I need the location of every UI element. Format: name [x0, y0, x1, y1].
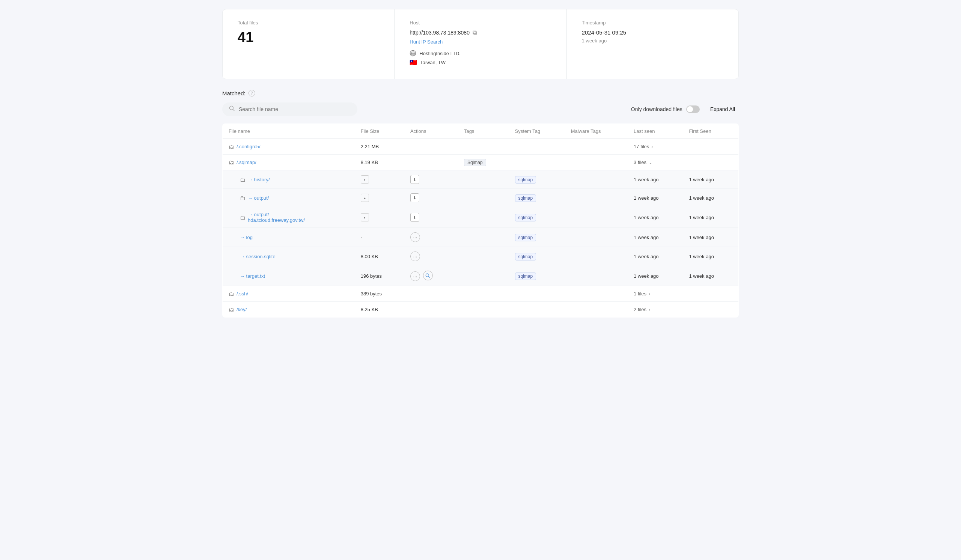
table-row: 🗂 /.configrc5/ 2.21 MB 17 files › — [223, 139, 739, 155]
system-tag-badge: sqlmap — [515, 273, 537, 280]
file-size-cell: 389 bytes — [355, 286, 404, 302]
folder-icon: 🗀 — [240, 195, 246, 201]
file-name-inner: 🗂 /.ssh/ — [228, 290, 349, 297]
file-link[interactable]: → session.sqlite — [240, 254, 276, 259]
tag-badge: Sqlmap — [464, 159, 486, 166]
system-tag-badge: sqlmap — [515, 176, 537, 183]
chevron-right-icon[interactable]: › — [649, 291, 650, 297]
action-small-icon[interactable]: ▸ — [361, 213, 369, 221]
downloaded-toggle-switch[interactable] — [686, 106, 700, 113]
host-url-row: http://103.98.73.189:8080 ⧉ — [410, 29, 551, 36]
action-more-icon[interactable]: ··· — [410, 252, 420, 261]
action-download-icon[interactable]: ⬇ — [410, 213, 419, 222]
col-first-seen: First Seen — [683, 124, 738, 139]
files-count: 3 files ⌄ — [634, 159, 733, 165]
file-link[interactable]: → log — [240, 234, 252, 240]
system-tag-badge: sqlmap — [515, 253, 537, 260]
chevron-down-icon[interactable]: ⌄ — [649, 160, 652, 165]
action-search-icon[interactable] — [423, 271, 433, 280]
files-count: 1 files › — [634, 291, 733, 297]
action-small-icon[interactable]: ▸ — [361, 175, 369, 183]
file-name-inner: 🗀 → output/hda.tcloud.freeway.gov.tw/ — [228, 212, 349, 223]
matched-label: Matched: — [222, 90, 246, 96]
copy-icon[interactable]: ⧉ — [472, 29, 477, 36]
file-size-cell: 8.25 KB — [355, 302, 404, 318]
search-box[interactable] — [222, 103, 357, 116]
table-row: 🗂 /key/ 8.25 KB 2 files › — [223, 302, 739, 318]
file-size-cell: 196 bytes — [355, 266, 404, 286]
action-more-icon[interactable]: ··· — [410, 232, 420, 242]
timestamp-ago: 1 week ago — [582, 38, 723, 43]
tags-cell: Sqlmap — [458, 155, 509, 170]
malware-tags-cell — [565, 207, 628, 228]
table-header-row: File name File Size Actions Tags System … — [223, 124, 739, 139]
chevron-right-icon[interactable]: › — [651, 144, 653, 149]
file-link[interactable]: → target.txt — [240, 273, 265, 279]
action-more-icon[interactable]: ··· — [410, 271, 420, 281]
malware-tags-cell — [565, 155, 628, 170]
system-tag-cell — [509, 139, 565, 155]
svg-line-8 — [429, 276, 430, 278]
file-size-cell: 8.19 KB — [355, 155, 404, 170]
hunt-ip-link[interactable]: Hunt IP Search — [410, 39, 551, 45]
tags-cell — [458, 170, 509, 189]
tags-cell — [458, 228, 509, 247]
file-name-cell: → log — [223, 228, 355, 247]
system-tag-badge: sqlmap — [515, 234, 537, 241]
system-tag-cell: sqlmap — [509, 266, 565, 286]
file-link[interactable]: → output/ — [248, 195, 269, 201]
table-row: → session.sqlite 8.00 KB ··· sqlmap 1 we… — [223, 247, 739, 266]
malware-tags-cell — [565, 266, 628, 286]
globe-icon — [410, 50, 416, 57]
last-seen-cell: 1 files › — [628, 286, 738, 302]
file-link[interactable]: → history/ — [248, 177, 270, 183]
actions-cell — [404, 286, 458, 302]
action-download-icon[interactable]: ⬇ — [410, 193, 419, 202]
first-seen-cell: 1 week ago — [683, 266, 738, 286]
file-name-cell: 🗂 /.ssh/ — [223, 286, 355, 302]
expand-all-button[interactable]: Expand All — [707, 104, 739, 114]
file-link[interactable]: /.ssh/ — [236, 291, 248, 297]
first-seen-cell: 1 week ago — [683, 228, 738, 247]
file-name-inner: 🗂 /key/ — [228, 306, 349, 313]
file-link[interactable]: /key/ — [236, 306, 247, 312]
timestamp-value: 2024-05-31 09:25 — [582, 29, 723, 36]
file-link[interactable]: /.sqlmap/ — [236, 159, 256, 165]
malware-tags-cell — [565, 170, 628, 189]
actions-cell: ⬇ — [404, 170, 458, 189]
last-seen-cell: 2 files › — [628, 302, 738, 318]
help-icon[interactable]: ? — [249, 90, 255, 96]
actions-cell: ··· — [404, 228, 458, 247]
hosting-company-row: HostingInside LTD. — [410, 50, 551, 57]
timestamp-label: Timestamp — [582, 20, 723, 26]
action-small-icon[interactable]: ▸ — [361, 194, 369, 202]
tags-cell — [458, 266, 509, 286]
system-tag-cell: sqlmap — [509, 170, 565, 189]
actions-cell — [404, 155, 458, 170]
file-name-cell: 🗀 → history/ — [223, 170, 355, 189]
table-row: 🗂 /.sqlmap/ 8.19 KB Sqlmap 3 files ⌄ — [223, 155, 739, 170]
toolbar: Only downloaded files Expand All — [222, 103, 739, 116]
file-link[interactable]: /.configrc5/ — [236, 144, 260, 149]
file-link[interactable]: → output/hda.tcloud.freeway.gov.tw/ — [248, 212, 305, 223]
country-flag: 🇹🇼 — [410, 59, 417, 66]
system-tag-cell: sqlmap — [509, 247, 565, 266]
file-size-cell: ▸ — [355, 207, 404, 228]
last-seen-cell: 1 week ago — [628, 228, 683, 247]
malware-tags-cell — [565, 189, 628, 207]
col-file-size: File Size — [355, 124, 404, 139]
chevron-right-icon[interactable]: › — [649, 307, 650, 312]
malware-tags-cell — [565, 286, 628, 302]
tags-cell — [458, 207, 509, 228]
system-tag-cell — [509, 302, 565, 318]
action-download-icon[interactable]: ⬇ — [410, 175, 419, 184]
file-name-inner: 🗀 → output/ — [228, 195, 349, 201]
file-name-inner: → session.sqlite — [228, 254, 349, 259]
search-input[interactable] — [239, 106, 350, 112]
last-seen-cell: 1 week ago — [628, 170, 683, 189]
file-name-cell: 🗂 /.configrc5/ — [223, 139, 355, 155]
file-size-cell: ▸ — [355, 189, 404, 207]
total-files-section: Total files 41 — [223, 10, 394, 79]
system-tag-cell: sqlmap — [509, 189, 565, 207]
table-row: 🗀 → history/ ▸ ⬇ sqlmap 1 week ago 1 wee… — [223, 170, 739, 189]
